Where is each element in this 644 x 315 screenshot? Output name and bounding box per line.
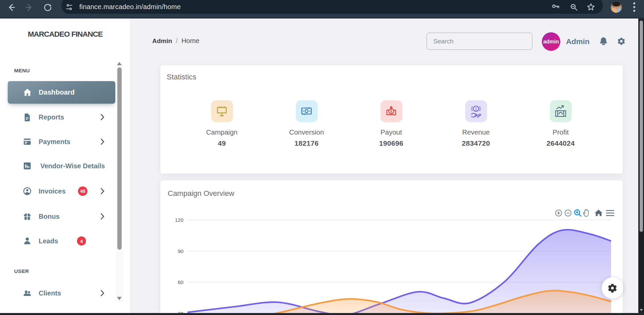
svg-text:5: 5 <box>390 110 392 113</box>
svg-text:1: 1 <box>475 106 477 111</box>
